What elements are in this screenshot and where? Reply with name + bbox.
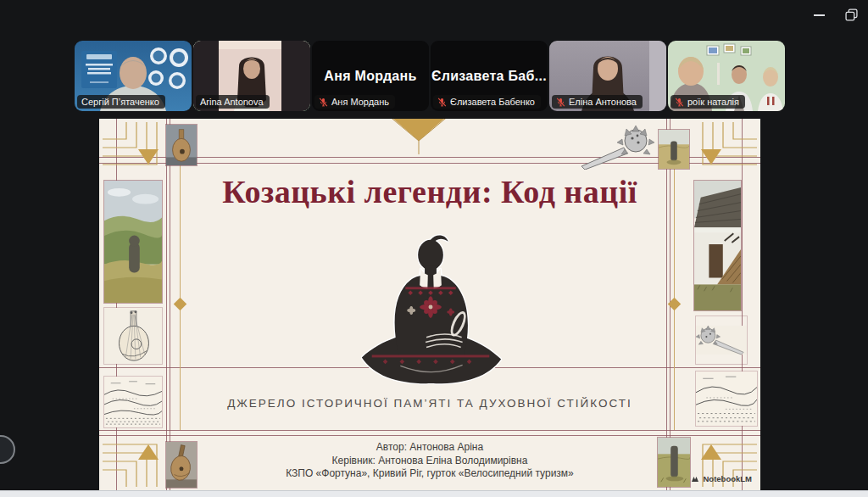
credit-author: Автор: Антонова Аріна bbox=[192, 441, 667, 455]
participant-name-label: Arina Antonova bbox=[200, 97, 264, 107]
mace-sketch bbox=[576, 126, 654, 170]
cossack-figure-illustration bbox=[347, 226, 515, 394]
participant-tile-elina[interactable]: Еліна Антонова bbox=[549, 41, 666, 111]
bandura-sketch bbox=[103, 307, 163, 365]
corner-ornament bbox=[698, 122, 757, 170]
participant-name-label: Аня Мордань bbox=[331, 97, 389, 107]
credit-organization: КЗПО «Фортуна», Кривий Ріг, гурток «Вело… bbox=[192, 467, 667, 481]
notebooklm-watermark: NotebookLM bbox=[691, 474, 752, 483]
hills-sketch bbox=[103, 376, 163, 428]
participant-tile-roik[interactable]: роїк наталія bbox=[668, 41, 785, 111]
participant-name-label: Еліна Антонова bbox=[569, 97, 637, 107]
participant-name-label: Сергій П’ятаченко bbox=[81, 97, 159, 107]
minimize-icon bbox=[814, 14, 825, 16]
restore-window-icon bbox=[845, 8, 858, 21]
participant-tile-serhii[interactable]: Сергій П’ятаченко bbox=[75, 41, 192, 111]
corner-ornament bbox=[103, 122, 162, 170]
participant-name-badge: роїк наталія bbox=[670, 95, 745, 109]
muted-mic-icon bbox=[319, 98, 328, 107]
meeting-window: Сергій П’ятаченко Arina Antonova Аня Мор… bbox=[0, 0, 868, 497]
slide-credits: Автор: Антонова Аріна Керівник: Антонова… bbox=[192, 441, 667, 481]
frame-line bbox=[99, 430, 760, 431]
hills-sketch bbox=[695, 371, 758, 427]
corner-ornament bbox=[103, 439, 162, 487]
credit-supervisor: Керівник: Антонова Еліна Володимирівна bbox=[192, 455, 667, 468]
participant-name-badge: Аня Мордань bbox=[314, 95, 395, 109]
watermark-label: NotebookLM bbox=[703, 474, 752, 483]
muted-mic-icon bbox=[556, 98, 565, 107]
frame-line bbox=[99, 435, 760, 436]
mace-sketch bbox=[695, 316, 748, 365]
slide-subtitle: ДЖЕРЕЛО ІСТОРИЧНОЇ ПАМ’ЯТІ ТА ДУХОВНОЇ С… bbox=[192, 397, 667, 410]
participant-name-label: роїк наталія bbox=[687, 97, 739, 107]
floating-button[interactable] bbox=[0, 435, 15, 464]
slide-title: Козацькі легенди: Код нації bbox=[150, 173, 709, 210]
participant-tile-arina[interactable]: Arina Antonova bbox=[193, 41, 310, 111]
participant-name-badge: Arina Antonova bbox=[196, 95, 270, 109]
gold-diamond bbox=[174, 298, 187, 311]
muted-mic-icon bbox=[675, 98, 684, 107]
restore-window-button[interactable] bbox=[842, 5, 861, 25]
field-statue-photo bbox=[658, 129, 690, 170]
participant-name-label: Єлизавета Бабенко bbox=[450, 97, 535, 107]
notebooklm-logo-icon bbox=[691, 475, 699, 483]
shared-slide: Козацькі легенди: Код нації bbox=[99, 119, 760, 490]
participant-name-badge: Еліна Антонова bbox=[552, 95, 643, 109]
participant-strip: Сергій П’ятаченко Arina Antonova Аня Мор… bbox=[75, 41, 785, 111]
top-triangle-ornament bbox=[392, 119, 446, 154]
minimize-window-button[interactable] bbox=[810, 11, 828, 20]
participant-name-badge: Сергій П’ятаченко bbox=[77, 95, 165, 109]
participant-tile-yelyzaveta[interactable]: Єлизавета Баб... Єлизавета Бабенко bbox=[431, 41, 548, 111]
taskbar-edge bbox=[0, 490, 868, 497]
bandura-photo bbox=[165, 124, 198, 166]
participant-name-badge: Єлизавета Бабенко bbox=[433, 95, 541, 109]
participant-tile-anya[interactable]: Аня Мордань Аня Мордань bbox=[312, 41, 429, 111]
frame-line bbox=[116, 119, 117, 490]
window-controls bbox=[810, 5, 861, 25]
muted-mic-icon bbox=[437, 98, 447, 107]
frame-line bbox=[742, 119, 743, 490]
